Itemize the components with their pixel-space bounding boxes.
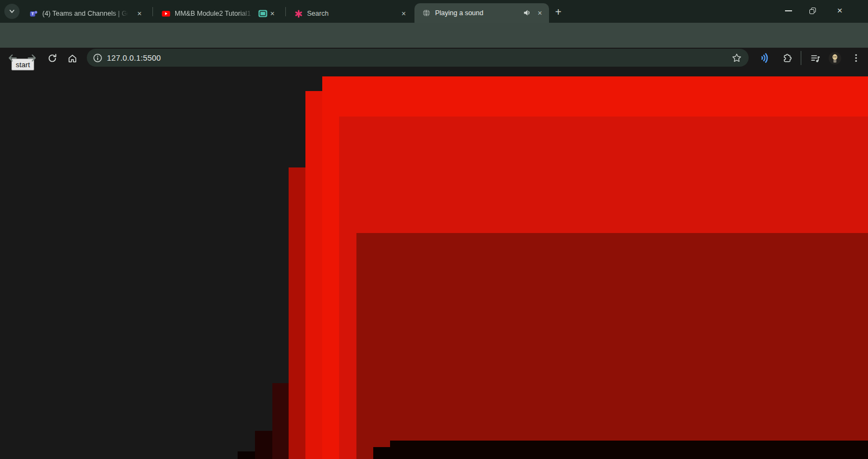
sound-waves-icon [758,51,771,64]
home-icon [67,53,78,63]
visualizer-bar [390,441,868,459]
window-minimize-button[interactable] [776,0,800,22]
tab-title: (4) Teams and Channels | Gener [42,10,130,17]
minimize-icon [785,10,792,11]
address-bar[interactable]: 127.0.0.1:5500 [87,49,749,67]
tab-title: Playing a sound [435,9,483,17]
reload-button[interactable] [46,51,59,64]
back-icon [7,53,18,63]
tab-separator [285,7,286,16]
puzzle-icon [781,53,793,64]
forward-icon [27,53,37,63]
browser-window: { "browser": { "tabs": [ { "title": "(4)… [0,0,868,459]
browser-menu-button[interactable] [850,51,863,64]
tab-title: Search [307,10,388,17]
tab-title: MM&B Module2 Tutorial1 - [175,10,255,17]
media-controls-button[interactable] [809,51,822,64]
bookmark-star-icon[interactable] [731,53,742,63]
media-playlist-icon [810,53,821,64]
tab-close-button[interactable]: × [135,9,144,18]
restore-icon [809,8,816,14]
pink-asterisk-icon [294,9,303,18]
chevron-down-icon [9,8,15,15]
tab-playing-a-sound[interactable]: Playing a sound × [414,3,549,23]
youtube-icon [162,9,170,18]
globe-icon [422,9,431,17]
window-close-button[interactable]: × [828,0,852,22]
reload-icon [47,53,58,63]
browser-toolbar: 127.0.0.1:5500 [0,23,868,48]
tab-teams[interactable]: T (4) Teams and Channels | Gener × [24,4,149,23]
audio-visualizer-canvas [0,0,868,459]
browser-chrome: T (4) Teams and Channels | Gener × MM&B … [0,0,868,48]
tab-audio-playing-icon[interactable] [523,9,532,17]
profile-avatar[interactable] [828,51,841,64]
home-button[interactable] [66,51,79,64]
tab-close-button[interactable]: × [399,9,409,18]
back-button[interactable] [6,51,19,64]
tab-strip: T (4) Teams and Channels | Gener × MM&B … [0,0,868,23]
teams-icon: T [29,9,38,18]
tab-search-button[interactable] [4,4,20,19]
toolbar-separator [801,51,801,65]
new-tab-button[interactable]: + [551,5,565,19]
audio-waves-indicator[interactable] [758,51,771,64]
window-restore-button[interactable] [801,0,825,22]
avatar-image [828,51,841,66]
tab-close-button[interactable]: × [535,8,545,18]
tab-search[interactable]: Search × [289,4,413,23]
picture-in-picture-icon [258,10,267,17]
svg-text:T: T [31,11,34,16]
visualizer-bar [356,233,868,459]
tab-separator [152,7,153,16]
forward-button[interactable] [25,51,39,64]
url-text[interactable]: 127.0.0.1:5500 [107,54,161,62]
tab-youtube[interactable]: MM&B Module2 Tutorial1 - × [156,4,282,23]
kebab-menu-icon [851,53,861,63]
site-info-icon[interactable] [92,53,103,63]
tab-close-button[interactable]: × [267,9,277,18]
extensions-button[interactable] [780,51,793,64]
